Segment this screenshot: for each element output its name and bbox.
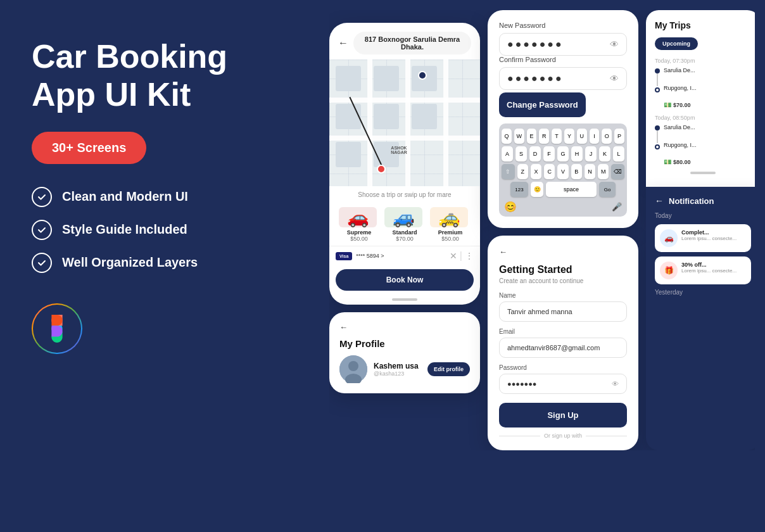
key-b[interactable]: B bbox=[571, 164, 582, 179]
password-value: ●●●●●●● bbox=[507, 380, 537, 388]
book-now-button[interactable]: Book Now bbox=[336, 269, 474, 291]
name-field-input[interactable]: Tanvir ahmed manna bbox=[499, 301, 627, 322]
key-z[interactable]: Z bbox=[517, 164, 528, 179]
eye-icon-confirm[interactable]: 👁 bbox=[610, 73, 619, 84]
key-y[interactable]: Y bbox=[564, 129, 574, 144]
key-num[interactable]: 123 bbox=[510, 182, 528, 197]
profile-user-row: Kashem usa @kasha123 Edit profile bbox=[339, 355, 470, 383]
key-e[interactable]: E bbox=[527, 129, 537, 144]
screen-password: New Password ●●●●●●● 👁 Confirm Password … bbox=[488, 10, 638, 228]
key-q[interactable]: Q bbox=[502, 129, 512, 144]
key-h[interactable]: H bbox=[571, 146, 583, 162]
email-value: ahmedtanvir8687@gmail.com bbox=[507, 344, 600, 352]
key-space[interactable]: space bbox=[546, 182, 597, 197]
key-d[interactable]: D bbox=[529, 146, 541, 162]
feature-text-1: Clean and Modern UI bbox=[62, 189, 188, 204]
features-list: Clean and Modern UI Style Guide Included… bbox=[32, 187, 298, 273]
check-icon-2 bbox=[32, 220, 52, 240]
notification-back-button[interactable]: ← bbox=[655, 196, 664, 206]
pin-start bbox=[377, 165, 386, 174]
confirm-password-group: Confirm Password ●●●●●●● 👁 bbox=[499, 56, 627, 90]
avatar bbox=[339, 355, 367, 383]
change-password-button[interactable]: Change Password bbox=[499, 92, 586, 117]
car-name-standard: Standard bbox=[384, 229, 425, 236]
notif-card-1-text: Complet... Lorem ipsu... consecte... bbox=[681, 229, 746, 241]
key-shift[interactable]: ⇧ bbox=[502, 164, 515, 179]
key-u[interactable]: U bbox=[577, 129, 587, 144]
keyboard-emoji-icon[interactable]: 😊 bbox=[504, 201, 517, 213]
edit-profile-button[interactable]: Edit profile bbox=[427, 362, 470, 376]
key-c[interactable]: C bbox=[544, 164, 555, 179]
keyboard-mic-icon[interactable]: 🎤 bbox=[612, 202, 622, 212]
notification-header: ← Notification bbox=[655, 196, 751, 206]
upcoming-badge[interactable]: Upcoming bbox=[655, 37, 698, 50]
key-r[interactable]: R bbox=[539, 129, 549, 144]
key-go[interactable]: Go bbox=[599, 182, 616, 197]
key-g[interactable]: G bbox=[557, 146, 569, 162]
name-value: Tanvir ahmed manna bbox=[507, 308, 572, 315]
car-card-premium[interactable]: 🚕 Premium $50.00 bbox=[430, 207, 471, 242]
car-card-supreme[interactable]: 🚗 Supreme $50.00 bbox=[339, 207, 379, 242]
eye-icon-pw[interactable]: 👁 bbox=[612, 380, 619, 388]
map-area: ASHOKNAGAR bbox=[329, 60, 480, 186]
car-name-premium: Premium bbox=[430, 229, 471, 236]
keyboard-row-4: 123 🙂 space Go bbox=[502, 182, 624, 197]
key-t[interactable]: T bbox=[552, 129, 562, 144]
left-panel: Car Booking App UI Kit 30+ Screens Clean… bbox=[0, 0, 329, 532]
key-k[interactable]: K bbox=[599, 146, 610, 162]
notif-card-1-title: Complet... bbox=[681, 229, 746, 236]
confirm-password-input[interactable]: ●●●●●●● 👁 bbox=[499, 67, 627, 90]
key-p[interactable]: P bbox=[614, 129, 624, 144]
car-name-supreme: Supreme bbox=[339, 229, 379, 236]
feature-item-2: Style Guide Included bbox=[32, 220, 298, 240]
key-n[interactable]: N bbox=[585, 164, 595, 179]
password-field-label: Password bbox=[499, 364, 627, 371]
car-price-standard: $70.00 bbox=[384, 236, 425, 242]
sign-up-button[interactable]: Sign Up bbox=[499, 403, 627, 428]
car-price-supreme: $50.00 bbox=[339, 236, 379, 242]
profile-back-button[interactable]: ← bbox=[339, 322, 470, 332]
keyboard-row-3: ⇧ Z X C V B N M ⌫ bbox=[502, 164, 624, 179]
key-l[interactable]: L bbox=[613, 146, 624, 162]
key-v[interactable]: V bbox=[557, 164, 568, 179]
trip-2-price: $80.00 bbox=[673, 159, 691, 165]
key-delete[interactable]: ⌫ bbox=[611, 164, 624, 179]
screens-badge: 30+ Screens bbox=[32, 132, 146, 164]
eye-icon-new[interactable]: 👁 bbox=[610, 39, 619, 49]
screen-signup: ← Getting Started Create an account to c… bbox=[488, 236, 638, 450]
cars-selection: 🚗 Supreme $50.00 🚙 Standard $70.00 🚕 Pre… bbox=[329, 203, 480, 246]
key-m[interactable]: M bbox=[598, 164, 609, 179]
trip-1-from: Sarulia De... bbox=[664, 67, 697, 73]
email-field-input[interactable]: ahmedtanvir8687@gmail.com bbox=[499, 338, 627, 358]
new-password-input[interactable]: ●●●●●●● 👁 bbox=[499, 33, 627, 56]
key-o[interactable]: O bbox=[602, 129, 612, 144]
payment-options: ✕ | ⋮ bbox=[450, 250, 474, 262]
key-s[interactable]: S bbox=[515, 146, 527, 162]
key-a[interactable]: A bbox=[502, 146, 513, 162]
yesterday-label: Yesterday bbox=[655, 289, 751, 296]
key-i[interactable]: I bbox=[590, 129, 600, 144]
close-payment-icon[interactable]: ✕ bbox=[450, 251, 457, 261]
trip-1-to: Rupgong, I... bbox=[664, 85, 697, 91]
signup-back-button[interactable]: ← bbox=[499, 247, 507, 256]
more-options-icon[interactable]: ⋮ bbox=[465, 251, 474, 261]
key-w[interactable]: W bbox=[514, 129, 524, 144]
key-j[interactable]: J bbox=[585, 146, 597, 162]
divider: | bbox=[460, 250, 462, 262]
key-emoji[interactable]: 🙂 bbox=[531, 182, 543, 197]
new-password-dots: ●●●●●●● bbox=[507, 39, 605, 50]
trip-2-from: Sarulia De... bbox=[664, 124, 697, 130]
car-card-standard[interactable]: 🚙 Standard $70.00 bbox=[384, 207, 425, 242]
keyboard[interactable]: Q W E R T Y U I O P A S D bbox=[499, 124, 627, 217]
car-price-premium: $50.00 bbox=[430, 236, 471, 242]
map-back-button[interactable]: ← bbox=[338, 37, 348, 49]
feature-text-3: Well Organized Layers bbox=[62, 255, 198, 270]
hero-title: Car Booking App UI Kit bbox=[32, 38, 298, 114]
notif-car-icon: 🚗 bbox=[660, 229, 678, 247]
password-field-input[interactable]: ●●●●●●● 👁 bbox=[499, 374, 627, 394]
pin-end bbox=[418, 71, 427, 80]
profile-title: My Profile bbox=[339, 338, 470, 349]
new-password-label: New Password bbox=[499, 22, 627, 29]
key-x[interactable]: X bbox=[531, 164, 541, 179]
key-f[interactable]: F bbox=[543, 146, 555, 162]
